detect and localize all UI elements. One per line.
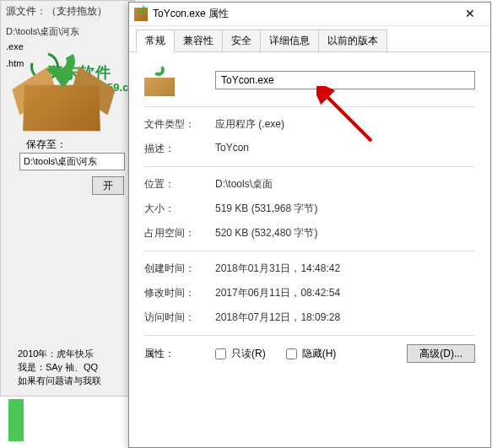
created-value: 2018年01月31日，14:48:42 <box>215 262 475 276</box>
accessed-value: 2018年07月12日，18:09:28 <box>215 310 475 325</box>
tab-general[interactable]: 常规 <box>136 30 175 51</box>
hidden-label: 隐藏(H) <box>302 347 337 361</box>
open-button[interactable]: 开 <box>92 176 124 195</box>
separator <box>144 251 475 251</box>
tab-compatibility[interactable]: 兼容性 <box>174 30 223 51</box>
save-path-field[interactable]: D:\tools\桌面\河东 <box>19 153 125 170</box>
file-type-label: 文件类型： <box>144 117 215 132</box>
modified-label: 修改时间： <box>144 286 215 300</box>
footer-line-2: 我是：SAy 袖、QQ <box>18 360 101 374</box>
properties-dialog: ToYcon.exe 属性 ✕ 常规 兼容性 安全 详细信息 以前的版本 文件类… <box>128 2 491 448</box>
readonly-label: 只读(R) <box>231 347 266 361</box>
description-value: ToYcon <box>215 142 475 156</box>
filename-input[interactable] <box>215 71 475 89</box>
readonly-checkbox[interactable] <box>215 348 226 359</box>
location-label: 位置： <box>144 177 215 192</box>
size-on-disk-value: 520 KB (532,480 字节) <box>215 226 475 240</box>
accessed-label: 访问时间： <box>144 310 215 325</box>
size-label: 大小： <box>144 202 215 216</box>
tab-strip: 常规 兼容性 安全 详细信息 以前的版本 <box>129 26 490 52</box>
advanced-button[interactable]: 高级(D)... <box>407 344 475 363</box>
close-button[interactable]: ✕ <box>455 3 485 25</box>
location-value: D:\tools\桌面 <box>215 177 475 192</box>
separator <box>144 106 475 107</box>
titlebar: ToYcon.exe 属性 ✕ <box>129 3 490 26</box>
tab-details[interactable]: 详细信息 <box>260 30 319 51</box>
save-to-label: 保存至： <box>26 138 67 152</box>
description-label: 描述： <box>144 142 215 156</box>
modified-value: 2017年06月11日，08:42:54 <box>215 286 475 300</box>
package-box-icon <box>15 46 108 131</box>
general-tab-content: 文件类型： 应用程序 (.exe) 描述： ToYcon 位置： D:\tool… <box>129 52 490 375</box>
title-app-icon <box>134 8 148 21</box>
download-arrow-icon <box>45 46 77 93</box>
tab-previous-versions[interactable]: 以前的版本 <box>318 30 387 51</box>
file-type-value: 应用程序 (.exe) <box>215 117 475 132</box>
tab-security[interactable]: 安全 <box>222 30 261 51</box>
hidden-checkbox-group[interactable]: 隐藏(H) <box>286 347 337 361</box>
dialog-title: ToYcon.exe 属性 <box>153 7 455 21</box>
footer-line-3: 如果有问题请与我联 <box>18 374 101 387</box>
footer-line-1: 2010年：虎年快乐 <box>18 347 101 360</box>
size-value: 519 KB (531,968 字节) <box>215 202 475 216</box>
footer-text: 2010年：虎年快乐 我是：SAy 袖、QQ 如果有问题请与我联 <box>18 347 101 387</box>
size-on-disk-label: 占用空间： <box>144 226 215 240</box>
readonly-checkbox-group[interactable]: 只读(R) <box>215 347 266 361</box>
attributes-label: 属性： <box>144 347 215 361</box>
green-accent-bar <box>8 399 24 441</box>
separator <box>144 166 475 167</box>
hidden-checkbox[interactable] <box>286 348 297 359</box>
separator <box>144 335 475 336</box>
created-label: 创建时间： <box>144 262 215 276</box>
file-type-icon <box>144 64 176 96</box>
